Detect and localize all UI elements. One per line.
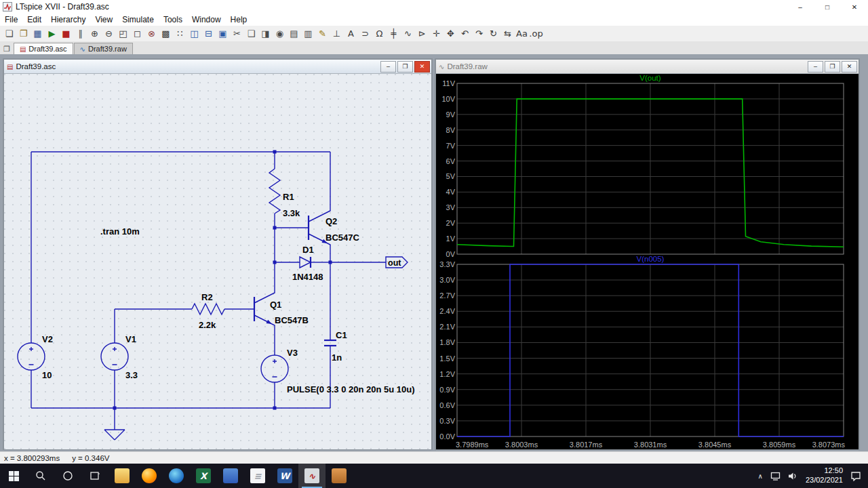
c1-ref[interactable]: C1 [336,330,347,340]
pause-icon[interactable]: ∥ [73,27,87,41]
open-file-icon[interactable]: ❐ [16,27,31,41]
v3-ref[interactable]: V3 [287,348,298,358]
trace-title[interactable]: V(out) [639,74,660,82]
taskbar-search-button[interactable] [27,464,54,488]
v3-value[interactable]: PULSE(0 3.3 0 20n 20n 5u 10u) [287,384,415,394]
zoom-back-icon[interactable]: ⊗ [144,27,159,41]
taskbar-clock[interactable]: 12:50 23/02/2021 [806,466,843,485]
redo-icon[interactable]: ↷ [472,27,486,41]
menu-help[interactable]: Help [226,14,252,25]
tile-horizontal-icon[interactable]: ⊟ [201,27,216,41]
menu-file[interactable]: File [0,14,22,25]
window-minimize-button[interactable]: – [787,0,814,14]
v1-value[interactable]: 3.3 [125,370,138,380]
drag-icon[interactable]: ✥ [443,27,458,41]
schematic-window[interactable]: ▤ Draft39.asc – ❐ ✕ [3,58,433,450]
spice-directive-icon[interactable]: .op [529,27,543,41]
menu-tools[interactable]: Tools [159,14,187,25]
cut-icon[interactable]: ✂ [230,27,244,41]
undo-icon[interactable]: ↶ [458,27,472,41]
component-icon[interactable]: ⊃ [358,27,372,41]
net-label-icon[interactable]: A [344,27,358,41]
taskbar-app-word[interactable]: W [271,464,298,488]
menu-simulate[interactable]: Simulate [117,14,159,25]
window-maximize-button[interactable]: □ [814,0,841,14]
v2-value[interactable]: 10 [42,370,52,380]
taskbar-app-edge[interactable] [163,464,190,488]
text-tool-icon[interactable]: Aa [515,27,529,41]
action-center-icon[interactable] [850,471,861,481]
v2-ref[interactable]: V2 [42,334,53,344]
tile-vertical-icon[interactable]: ◫ [187,27,201,41]
print-preview-icon[interactable]: ▥ [301,27,315,41]
halt-icon[interactable]: ■ [59,27,73,41]
q2-value[interactable]: BC547C [326,232,359,243]
cortana-button[interactable] [54,464,81,488]
capacitor-icon[interactable]: ╪ [387,27,401,41]
r2-ref[interactable]: R2 [201,292,213,302]
schematic-close-button[interactable]: ✕ [414,61,430,73]
taskbar-app-terminal[interactable] [326,464,353,488]
taskbar-app-office[interactable] [217,464,244,488]
c1-value[interactable]: 1n [332,352,342,363]
menu-window[interactable]: Window [187,14,226,25]
network-icon[interactable] [770,472,781,481]
menu-hierarchy[interactable]: Hierarchy [46,14,90,25]
save-icon[interactable]: ▦ [31,27,45,41]
zoom-full-icon[interactable]: ◻ [130,27,144,41]
run-icon[interactable]: ▶ [45,27,59,41]
schematic-minimize-button[interactable]: – [380,61,396,73]
move-icon[interactable]: ✛ [429,27,443,41]
schematic-window-titlebar[interactable]: ▤ Draft39.asc – ❐ ✕ [4,60,431,74]
diode-icon[interactable]: ⊳ [415,27,429,41]
resistor-icon[interactable]: Ω [372,27,387,41]
waveform-window-tit1ebar[interactable]: ∿ Draft39.raw – ❐ ✕ [436,60,859,74]
rotate-icon[interactable]: ↻ [486,27,500,41]
waveform-minimize-button[interactable]: – [808,61,823,73]
new-schematic-icon[interactable]: ❏ [2,27,16,41]
zoom-area-icon[interactable]: ◰ [116,27,130,41]
q1-value[interactable]: BC547B [275,315,309,325]
ground-icon[interactable]: ⊥ [330,27,344,41]
zoom-out-icon[interactable]: ⊖ [102,27,116,41]
tray-chevron-icon[interactable]: ∧ [758,472,763,480]
zoom-in-icon[interactable]: ⊕ [87,27,102,41]
tabstrip-icon[interactable]: ❐ [3,45,10,54]
wire-icon[interactable]: ✎ [315,27,330,41]
window-close-button[interactable]: ✕ [841,0,868,14]
cascade-windows-icon[interactable]: ▣ [216,27,230,41]
q2-ref[interactable]: Q2 [326,216,337,226]
copy-icon[interactable]: ❑ [244,27,258,41]
schematic-restore-button[interactable]: ❐ [397,61,413,73]
app-titlebar[interactable]: LTspice XVII - Draft39.asc – □ ✕ [0,0,868,14]
taskbar-app-ltspice[interactable]: ∿ [298,464,326,488]
grid-icon[interactable]: ▩ [159,27,173,41]
v1-ref[interactable]: V1 [125,334,136,344]
inductor-icon[interactable]: ∿ [401,27,415,41]
taskbar-app-notepad[interactable]: ≡ [244,464,271,488]
r1-ref[interactable]: R1 [283,192,294,202]
waveform-close-button[interactable]: ✕ [842,61,857,73]
r1-value[interactable]: 3.3k [283,208,300,218]
paste-icon[interactable]: ◨ [258,27,273,41]
taskbar-app-firefox[interactable] [136,464,163,488]
snap-icon[interactable]: ∷ [173,27,187,41]
mirror-icon[interactable]: ⇆ [500,27,515,41]
taskbar-app-excel[interactable]: X [190,464,217,488]
waveform-canvas[interactable]: 11V10V9V8V7V6V5V4V3V2V1V0VV(out)3.3V3.0V… [436,74,859,449]
waveform-restore-button[interactable]: ❐ [825,61,840,73]
taskbar-app-explorer[interactable] [108,464,136,488]
d1-ref[interactable]: D1 [302,245,314,255]
tab-draft39-asc[interactable]: ▤ Draft39.asc [14,43,73,54]
out-net-label[interactable]: out [388,258,401,268]
volume-icon[interactable] [788,472,798,481]
find-icon[interactable]: ◉ [273,27,287,41]
start-button[interactable] [0,464,27,488]
schematic-canvas[interactable]: .tran 10m V2 10 V1 3.3 R2 2.2k R1 3.3k Q… [4,74,431,449]
task-view-button[interactable] [81,464,108,488]
r2-value[interactable]: 2.2k [199,320,216,330]
print-icon[interactable]: ▤ [287,27,301,41]
trace-title[interactable]: V(n005) [637,255,665,263]
menu-edit[interactable]: Edit [22,14,46,25]
spice-directive-text[interactable]: .tran 10m [100,226,140,237]
